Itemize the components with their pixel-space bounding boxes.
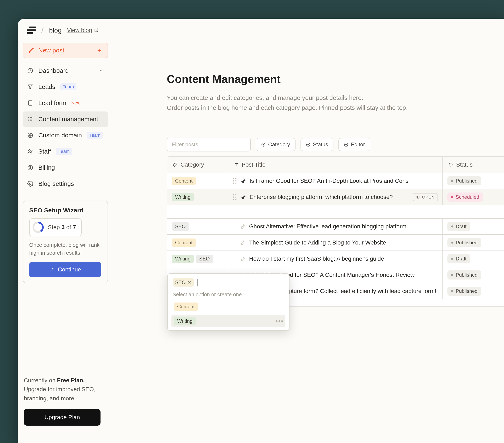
breadcrumb-blog[interactable]: blog xyxy=(49,27,62,34)
new-post-button[interactable]: New post xyxy=(23,43,108,58)
nav-label: Leads xyxy=(38,83,55,90)
popover-option[interactable]: Content xyxy=(171,301,285,313)
app-logo xyxy=(27,26,36,35)
status-pill: Scheduled xyxy=(448,193,483,202)
cell-title[interactable]: Ghost Alternative: Effective lead genera… xyxy=(228,219,443,234)
cell-title[interactable]: Enterprise blogging platform, which plat… xyxy=(228,189,443,205)
seo-wizard-continue-button[interactable]: Continue xyxy=(29,262,101,277)
sidebar-footer: Currently on Free Plan. Upgrade for impr… xyxy=(23,365,108,442)
plus-circle-icon xyxy=(344,142,348,147)
cell-title[interactable]: How do I start my first SaaS blog: A beg… xyxy=(228,251,443,267)
posts-table: Category Post Title Status Content Is Fr… xyxy=(167,157,504,307)
wand-icon xyxy=(50,267,54,272)
category-tag: Writing xyxy=(174,317,196,325)
cell-status[interactable]: Draft xyxy=(443,219,504,234)
plan-text: Currently on Free Plan. Upgrade for impr… xyxy=(24,376,107,403)
col-title[interactable]: Post Title xyxy=(228,157,443,173)
popover-hint: Select an option or create one xyxy=(171,290,285,301)
new-badge: New xyxy=(71,100,80,106)
cell-status[interactable]: Draft xyxy=(443,251,504,267)
seo-wizard-desc: Once complete, blog will rank high in se… xyxy=(29,241,101,257)
nav-label: Content management xyxy=(38,116,98,123)
sidebar-item-staff[interactable]: StaffTeam xyxy=(23,144,108,159)
plus-circle-icon xyxy=(306,142,310,147)
cell-category[interactable]: WritingSEO xyxy=(167,251,228,267)
svg-point-3 xyxy=(29,150,31,151)
post-title: Is Framer Good for SEO? An In-Depth Look… xyxy=(250,177,409,184)
remove-tag-icon[interactable]: ✕ xyxy=(188,280,191,285)
cell-status[interactable]: Scheduled xyxy=(443,189,504,205)
popover-input-row[interactable]: SEO ✕ xyxy=(171,277,285,290)
filter-category-button[interactable]: Category xyxy=(256,138,295,151)
seo-wizard-step-text: Step 3 of 7 xyxy=(48,224,76,230)
svg-point-19 xyxy=(233,197,234,198)
new-post-label: New post xyxy=(38,47,64,54)
nav-icon xyxy=(27,164,33,171)
nav-label: Billing xyxy=(38,164,55,171)
cell-status[interactable]: Published xyxy=(443,173,504,189)
svg-point-11 xyxy=(233,178,234,179)
upgrade-plan-button[interactable]: Upgrade Plan xyxy=(24,409,101,425)
sidebar-item-content-management[interactable]: Content management xyxy=(23,111,108,127)
nav-label: Staff xyxy=(38,148,51,155)
sidebar: New post Dashboard LeadsTeam Lead formNe… xyxy=(18,40,113,442)
page-subtitle: You can create and edit categories, and … xyxy=(167,93,436,113)
sidebar-item-lead-form[interactable]: Lead formNew xyxy=(23,95,108,111)
post-title: Enterprise blogging platform, which plat… xyxy=(250,194,393,200)
post-title: How do I start my first SaaS blog: A beg… xyxy=(249,255,384,262)
table-row[interactable]: Writing Enterprise blogging platform, wh… xyxy=(167,189,504,205)
cell-category[interactable]: SEO xyxy=(167,219,228,234)
selected-tag: SEO ✕ xyxy=(173,278,194,286)
filter-editor-button[interactable]: Editor xyxy=(338,138,370,151)
breadcrumb-separator: / xyxy=(41,25,44,35)
filter-status-button[interactable]: Status xyxy=(301,138,334,151)
cell-title[interactable]: Is Framer Good for SEO? An In-Depth Look… xyxy=(228,173,443,189)
nav-icon xyxy=(27,100,33,106)
col-status[interactable]: Status xyxy=(443,157,504,173)
cell-status[interactable]: Published xyxy=(443,283,504,299)
cell-status[interactable]: Published xyxy=(443,235,504,250)
drag-handle-icon[interactable] xyxy=(233,178,237,184)
open-badge[interactable]: OPEN xyxy=(413,193,438,201)
nav-label: Lead form xyxy=(38,99,66,106)
sidebar-item-billing[interactable]: Billing xyxy=(23,160,108,175)
status-pill: Published xyxy=(448,286,481,296)
nav-icon xyxy=(27,116,33,122)
cell-category[interactable]: Writing xyxy=(167,189,228,205)
sidebar-nav: Dashboard LeadsTeam Lead formNew Content… xyxy=(23,63,108,192)
more-icon[interactable] xyxy=(276,320,283,322)
sidebar-item-custom-domain[interactable]: Custom domainTeam xyxy=(23,128,108,143)
category-tag: SEO xyxy=(172,222,189,230)
table-row[interactable]: Content The Simplest Guide to Adding a B… xyxy=(167,235,504,251)
nav-icon xyxy=(27,132,33,138)
seo-wizard-title: SEO Setup Wizard xyxy=(29,207,101,214)
svg-point-4 xyxy=(31,150,32,151)
team-badge: Team xyxy=(87,132,103,139)
status-pill: Draft xyxy=(448,254,470,263)
cell-category[interactable]: Content xyxy=(167,173,228,189)
sidebar-item-leads[interactable]: LeadsTeam xyxy=(23,79,108,94)
progress-ring-icon xyxy=(33,222,44,233)
status-pill: Published xyxy=(448,238,481,247)
category-tag: SEO xyxy=(196,255,213,263)
popover-option[interactable]: Writing xyxy=(171,315,285,327)
svg-point-18 xyxy=(235,194,236,195)
col-category[interactable]: Category xyxy=(167,157,228,173)
cell-title[interactable]: The Simplest Guide to Adding a Blog to Y… xyxy=(228,235,443,250)
table-row[interactable]: SEO Ghost Alternative: Effective lead ge… xyxy=(167,219,504,235)
pin-icon xyxy=(240,224,245,229)
sidebar-item-dashboard[interactable]: Dashboard xyxy=(23,63,108,78)
svg-point-20 xyxy=(235,197,236,198)
drag-handle-icon[interactable] xyxy=(233,194,237,200)
cell-status[interactable]: Published xyxy=(443,267,504,283)
cell-category[interactable]: Content xyxy=(167,235,228,250)
view-blog-link[interactable]: View blog xyxy=(67,27,99,34)
text-cursor xyxy=(197,279,198,286)
sidebar-item-blog-settings[interactable]: Blog settings xyxy=(23,176,108,192)
post-title: The Simplest Guide to Adding a Blog to Y… xyxy=(249,239,386,246)
category-tag: Writing xyxy=(172,193,194,201)
table-row[interactable]: WritingSEO How do I start my first SaaS … xyxy=(167,251,504,267)
table-row[interactable]: Content Is Framer Good for SEO? An In-De… xyxy=(167,173,504,189)
table-spacer xyxy=(167,205,504,219)
filter-posts-input[interactable] xyxy=(167,138,251,151)
